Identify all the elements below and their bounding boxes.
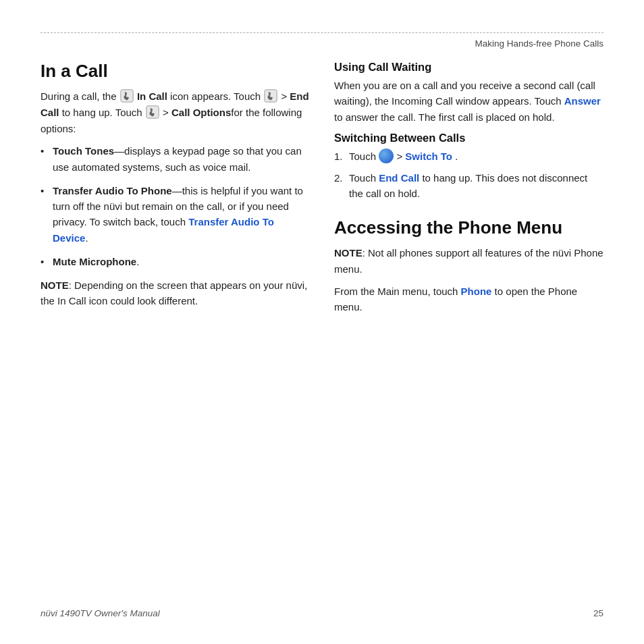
footer: nüvi 1490TV Owner's Manual 25 (41, 608, 603, 618)
page: Making Hands-free Phone Calls In a Call … (0, 0, 644, 644)
transfer-audio-dash: — (172, 185, 182, 196)
switch-to-link: Switch To (405, 151, 452, 162)
svg-rect-1 (265, 90, 277, 102)
intro-part3: to hang up. Touch (59, 107, 145, 118)
phone-menu-body: From the Main menu, touch Phone to open … (334, 284, 603, 315)
header-border: Making Hands-free Phone Calls (41, 32, 603, 49)
intro-part1: During a call, the (41, 90, 117, 102)
list-item: Mute Microphone. (41, 254, 310, 269)
step1-touch: Touch (349, 151, 376, 162)
switching-calls-list: Touch > Switch To . Touch End Call to ha… (334, 149, 603, 202)
touch-tones-dash: — (114, 145, 124, 157)
intro-separator1: > (281, 90, 290, 102)
bullet-list: Touch Tones—displays a keypad page so th… (41, 143, 310, 269)
in-call-icon-3 (145, 105, 160, 119)
header-title: Making Hands-free Phone Calls (41, 38, 603, 49)
phone-menu-note: NOTE: Not all phones support all feature… (334, 245, 603, 277)
left-column: In a Call During a call, the In Call ico… (41, 61, 310, 321)
svg-rect-0 (121, 90, 133, 102)
note-paragraph: NOTE: Depending on the screen that appea… (41, 277, 310, 309)
touch-tones-label: Touch Tones (53, 145, 114, 157)
ucw-part2-text: to answer the call. The first call is pl… (334, 111, 555, 123)
footer-left: nüvi 1490TV Owner's Manual (41, 608, 160, 618)
right-column: Using Call Waiting When you are on a cal… (334, 61, 603, 321)
two-column-layout: In a Call During a call, the In Call ico… (41, 61, 603, 321)
intro-separator2: > (163, 107, 171, 118)
using-call-waiting-title: Using Call Waiting (334, 61, 603, 74)
in-call-icon-2 (263, 88, 278, 103)
step1-period: . (455, 151, 458, 162)
step1-gt: > (396, 151, 405, 162)
mute-microphone-label: Mute Microphone (53, 256, 136, 267)
switch-icon (379, 149, 394, 163)
phone-link: Phone (461, 286, 492, 297)
mute-period: . (136, 256, 139, 267)
list-item: Transfer Audio To Phone—this is helpful … (41, 183, 310, 246)
step2-touch: Touch (349, 172, 376, 184)
phone-body1: From the Main menu, touch (334, 286, 458, 297)
ucw-part1: When you are on a call and you receive a… (334, 80, 595, 107)
transfer-audio-period: . (85, 232, 88, 244)
using-call-waiting-body: When you are on a call and you receive a… (334, 78, 603, 125)
transfer-audio-label: Transfer Audio To Phone (53, 185, 172, 196)
intro-paragraph: During a call, the In Call icon appears.… (41, 88, 310, 136)
in-call-icon (119, 88, 134, 103)
call-options-link: Call Options (171, 107, 231, 118)
end-call-link-2: End Call (379, 172, 419, 184)
switching-between-calls-title: Switching Between Calls (334, 132, 603, 144)
note-bold: NOTE (41, 279, 69, 291)
switching-step-2: Touch End Call to hang up. This does not… (334, 170, 603, 202)
intro-icon1-label: In Call icon appears. Touch (137, 90, 263, 102)
note-rest: : Depending on the screen that appears o… (41, 279, 307, 306)
answer-link: Answer (564, 95, 601, 107)
svg-rect-2 (146, 106, 159, 118)
footer-right: 25 (593, 608, 603, 618)
accessing-phone-menu-title: Accessing the Phone Menu (334, 217, 603, 238)
phone-note-rest: : Not all phones support all features of… (334, 247, 603, 274)
phone-note-bold: NOTE (334, 247, 363, 259)
list-item: Touch Tones—displays a keypad page so th… (41, 143, 310, 175)
in-a-call-title: In a Call (41, 61, 310, 82)
switching-step-1: Touch > Switch To . (334, 149, 603, 165)
